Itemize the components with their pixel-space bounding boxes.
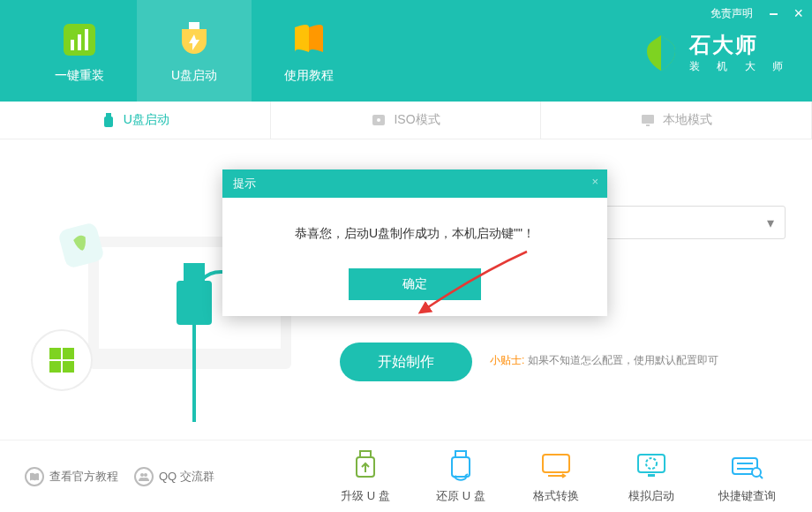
brand-logo-icon — [642, 34, 680, 72]
brand-subtitle: 装 机 大 师 — [689, 59, 790, 74]
minimize-button[interactable]: – — [769, 4, 778, 23]
monitor-play-icon — [635, 449, 668, 483]
mode-tabs: U盘启动 ISO模式 本地模式 — [0, 102, 812, 139]
mode-label: 本地模式 — [663, 112, 712, 128]
nav-tab-tutorial[interactable]: 使用教程 — [252, 0, 366, 102]
dialog-title: 提示 — [233, 176, 256, 192]
mode-tab-usb[interactable]: U盘启动 — [0, 102, 271, 139]
svg-point-8 — [377, 118, 380, 122]
start-button[interactable]: 开始制作 — [340, 343, 472, 381]
svg-rect-19 — [49, 361, 61, 373]
nav-label: 使用教程 — [284, 68, 334, 84]
action-restore-usb[interactable]: 还原 U 盘 — [413, 449, 508, 504]
tip-text: 小贴士: 如果不知道怎么配置，使用默认配置即可 — [490, 353, 718, 368]
chevron-down-icon: ▾ — [767, 215, 774, 231]
nav-tab-reinstall[interactable]: 一键重装 — [22, 0, 137, 102]
book-open-icon — [25, 467, 44, 486]
brand-name: 石大师 — [689, 31, 790, 59]
usb-up-icon — [349, 449, 382, 483]
dialog-message: 恭喜您，启动U盘制作成功，本机启动键""！ — [222, 198, 607, 260]
disclaimer-link[interactable]: 免责声明 — [710, 6, 753, 21]
nav-label: 一键重装 — [55, 68, 104, 84]
svg-rect-23 — [360, 451, 371, 457]
svg-point-22 — [144, 473, 147, 477]
keyboard-search-icon — [730, 449, 763, 483]
tutorial-link[interactable]: 查看官方教程 — [25, 467, 118, 486]
tip-content: 如果不知道怎么配置，使用默认配置即可 — [528, 354, 718, 366]
svg-rect-30 — [648, 474, 655, 477]
svg-rect-25 — [455, 451, 466, 457]
dialog-header: 提示 × — [222, 169, 607, 198]
nav-label: U盘启动 — [171, 68, 217, 84]
mode-label: ISO模式 — [394, 112, 440, 128]
success-dialog: 提示 × 恭喜您，启动U盘制作成功，本机启动键""！ 确定 — [222, 169, 607, 316]
svg-rect-20 — [63, 361, 74, 373]
usb-icon — [101, 112, 117, 128]
tip-label: 小贴士: — [490, 354, 524, 366]
mode-label: U盘启动 — [124, 112, 169, 128]
main-nav: 一键重装 U盘启动 使用教程 — [0, 0, 366, 102]
svg-rect-17 — [49, 348, 61, 359]
action-format-convert[interactable]: 格式转换 — [508, 449, 604, 504]
mode-tab-local[interactable]: 本地模式 — [541, 102, 812, 139]
svg-rect-3 — [85, 29, 88, 50]
nav-tab-usb-boot[interactable]: U盘启动 — [137, 0, 252, 102]
svg-point-21 — [140, 473, 144, 477]
iso-icon — [371, 112, 387, 128]
bar-chart-icon — [58, 19, 101, 61]
svg-rect-5 — [106, 113, 111, 117]
svg-rect-27 — [543, 455, 569, 472]
svg-rect-4 — [189, 22, 199, 29]
close-button[interactable]: × — [793, 4, 803, 23]
qq-group-link[interactable]: QQ 交流群 — [134, 467, 214, 486]
action-hotkey-lookup[interactable]: 快捷键查询 — [699, 449, 794, 504]
svg-point-16 — [32, 330, 92, 390]
svg-rect-6 — [104, 117, 113, 127]
svg-line-35 — [760, 476, 763, 478]
svg-rect-9 — [642, 115, 654, 124]
brand: 石大师 装 机 大 师 — [642, 31, 790, 74]
usb-refresh-icon — [444, 449, 477, 483]
app-header: 一键重装 U盘启动 使用教程 石大师 装 机 大 师 免责声明 – × — [0, 0, 812, 102]
svg-rect-18 — [63, 348, 74, 359]
svg-rect-10 — [646, 124, 650, 126]
dialog-close-button[interactable]: × — [591, 175, 598, 188]
ok-button[interactable]: 确定 — [349, 268, 481, 300]
svg-rect-14 — [177, 281, 212, 325]
svg-point-29 — [646, 458, 657, 469]
window-controls: 免责声明 – × — [710, 4, 803, 23]
start-label: 开始制作 — [378, 353, 434, 372]
footer: 查看官方教程 QQ 交流群 升级 U 盘 还原 U 盘 格式转换 模拟启动 快捷… — [0, 440, 812, 512]
action-upgrade-usb[interactable]: 升级 U 盘 — [318, 449, 413, 504]
svg-point-34 — [752, 468, 761, 477]
usb-shield-icon — [173, 19, 215, 61]
svg-rect-1 — [71, 40, 74, 50]
svg-rect-15 — [184, 263, 205, 282]
book-icon — [288, 19, 330, 61]
action-simulate-boot[interactable]: 模拟启动 — [604, 449, 699, 504]
mode-tab-iso[interactable]: ISO模式 — [271, 102, 542, 139]
monitor-icon — [640, 112, 656, 128]
people-icon — [134, 467, 154, 486]
svg-rect-2 — [78, 34, 81, 50]
convert-icon — [539, 449, 573, 483]
